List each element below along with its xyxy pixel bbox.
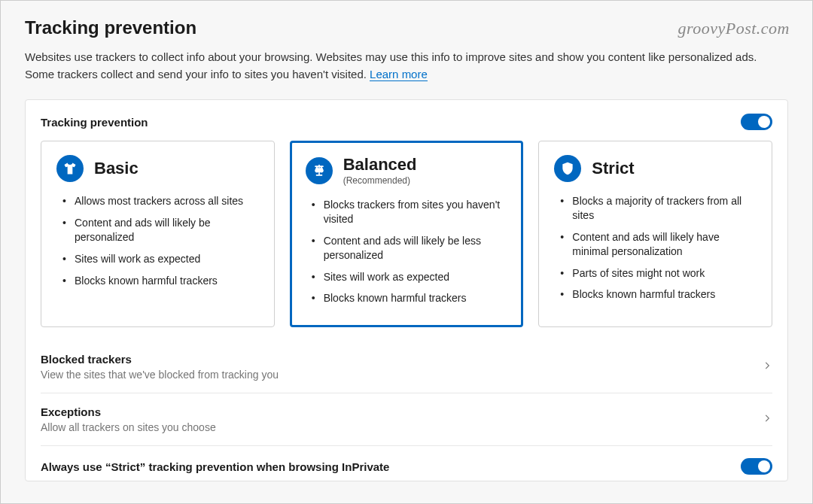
divider xyxy=(41,445,772,446)
divider xyxy=(41,393,772,393)
list-item: Blocks known harmful trackers xyxy=(310,291,510,305)
list-item: Allows most trackers across all sites xyxy=(61,194,260,208)
list-item: Blocks trackers from sites you haven't v… xyxy=(310,198,510,226)
toggle-knob xyxy=(758,116,770,128)
toggle-knob xyxy=(758,460,770,472)
tracking-prevention-card: Tracking prevention Basic Allows most tr… xyxy=(25,99,788,481)
always-strict-row: Always use “Strict” tracking prevention … xyxy=(41,451,772,475)
shield-icon xyxy=(554,155,581,182)
exceptions-row[interactable]: Exceptions Allow all trackers on sites y… xyxy=(41,398,772,441)
exceptions-desc: Allow all trackers on sites you choose xyxy=(41,421,216,433)
scales-icon xyxy=(306,157,333,184)
list-item: Content and ads will likely be personali… xyxy=(61,216,260,244)
level-balanced-title: Balanced xyxy=(343,155,417,175)
blocked-trackers-title: Blocked trackers xyxy=(41,353,279,366)
level-balanced[interactable]: Balanced (Recommended) Blocks trackers f… xyxy=(290,141,524,327)
tshirt-icon xyxy=(56,155,84,182)
level-balanced-list: Blocks trackers from sites you haven't v… xyxy=(306,198,510,305)
level-basic-title: Basic xyxy=(94,159,139,178)
list-item: Sites will work as expected xyxy=(61,252,260,266)
list-item: Content and ads will likely have minimal… xyxy=(559,230,758,259)
blocked-trackers-desc: View the sites that we've blocked from t… xyxy=(41,369,279,381)
list-item: Sites will work as expected xyxy=(310,270,510,284)
list-item: Parts of sites might not work xyxy=(559,266,758,281)
list-item: Blocks known harmful trackers xyxy=(61,274,260,288)
level-basic-list: Allows most trackers across all sites Co… xyxy=(56,194,260,287)
exceptions-title: Exceptions xyxy=(41,405,216,418)
level-balanced-subtitle: (Recommended) xyxy=(343,175,417,186)
learn-more-link[interactable]: Learn more xyxy=(370,68,428,81)
always-strict-title: Always use “Strict” tracking prevention … xyxy=(41,460,389,473)
always-strict-toggle[interactable] xyxy=(741,458,772,475)
page-title: Tracking prevention xyxy=(25,17,788,38)
level-strict-title: Strict xyxy=(592,159,634,178)
level-options: Basic Allows most trackers across all si… xyxy=(41,141,772,327)
list-item: Blocks known harmful trackers xyxy=(559,287,758,302)
blocked-trackers-row[interactable]: Blocked trackers View the sites that we'… xyxy=(41,345,772,388)
level-basic[interactable]: Basic Allows most trackers across all si… xyxy=(41,141,275,327)
chevron-right-icon xyxy=(762,359,772,375)
page-description: Websites use trackers to collect info ab… xyxy=(25,49,788,83)
list-item: Blocks a majority of trackers from all s… xyxy=(559,194,758,223)
chevron-right-icon xyxy=(762,411,772,427)
level-strict-list: Blocks a majority of trackers from all s… xyxy=(554,194,758,302)
tracking-prevention-toggle[interactable] xyxy=(741,114,772,130)
level-strict[interactable]: Strict Blocks a majority of trackers fro… xyxy=(538,141,772,327)
card-title: Tracking prevention xyxy=(41,116,148,129)
watermark-text: groovyPost.com xyxy=(678,19,790,38)
list-item: Content and ads will likely be less pers… xyxy=(310,234,510,263)
